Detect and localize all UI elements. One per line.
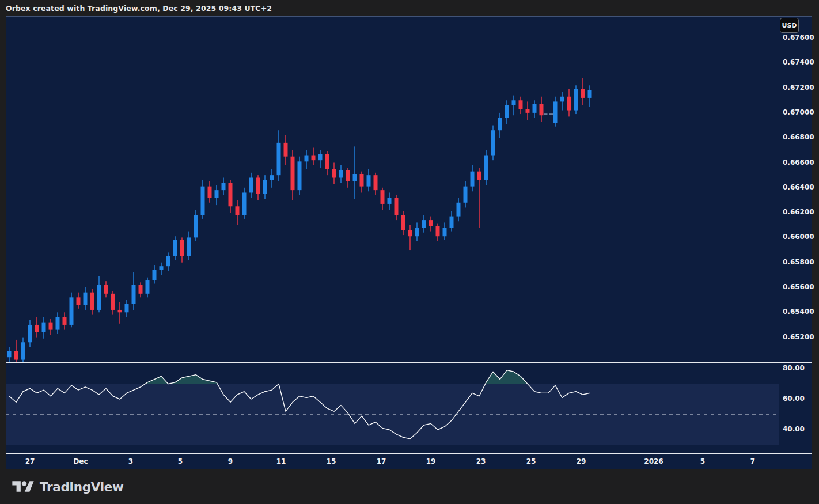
candle-body (256, 177, 260, 194)
candle-body (242, 192, 247, 215)
candle-body (125, 304, 129, 312)
rsi-panel[interactable] (6, 362, 779, 453)
candle-body (56, 317, 60, 330)
rsi-chart[interactable] (6, 362, 779, 453)
price-tick-label: 0.66400 (783, 183, 814, 191)
tradingview-logo-icon (12, 479, 34, 495)
candle-body (353, 174, 357, 181)
time-tick-label: 23 (476, 457, 486, 465)
candle-body (415, 228, 419, 236)
candle-body (436, 226, 440, 236)
candle-wick (354, 146, 355, 199)
candle-body (381, 190, 385, 204)
candle-body (553, 101, 558, 123)
axis-separator (6, 453, 812, 454)
candle-body (533, 104, 537, 113)
candle-body (325, 154, 329, 169)
panel-top-border (6, 16, 812, 17)
candle-body (35, 325, 39, 332)
candle-body (111, 294, 115, 310)
candle-body (222, 183, 226, 190)
time-axis[interactable]: 27Dec35911151719232529202657 (6, 454, 779, 469)
candle-body (505, 105, 509, 118)
candle-body (298, 161, 302, 190)
candle-body (70, 297, 74, 325)
candle-body (21, 342, 25, 359)
candle-body (187, 237, 191, 256)
candle-body (450, 217, 454, 228)
price-tick-label: 0.65400 (783, 308, 814, 316)
candle-body (42, 323, 46, 332)
candle-body (270, 175, 274, 180)
candle-body (263, 180, 267, 194)
time-tick-label: 7 (750, 457, 755, 465)
candle-body (588, 90, 592, 98)
pane-separator[interactable] (6, 362, 812, 363)
candle-body (153, 270, 157, 280)
rsi-tick-label: 80.00 (783, 364, 805, 372)
candle-body (146, 280, 150, 294)
tradingview-logo[interactable]: TradingView (12, 479, 124, 495)
price-tick-label: 0.66600 (783, 158, 814, 166)
candle-body (471, 172, 475, 187)
candle-body (484, 156, 488, 180)
candle-body (97, 285, 101, 310)
time-tick-label: 11 (276, 457, 286, 465)
candle-body (408, 230, 412, 236)
candle-body (201, 187, 205, 215)
candle-body (277, 143, 281, 175)
price-tick-label: 0.66800 (783, 133, 814, 141)
candle-body (401, 215, 405, 230)
price-axis[interactable]: USD 0.676000.674000.672000.670000.668000… (779, 16, 812, 469)
candle-body (464, 187, 468, 203)
candlestick-chart[interactable] (6, 16, 779, 362)
candle-body (360, 174, 364, 187)
candle-body (491, 130, 495, 155)
time-tick-label: 19 (426, 457, 436, 465)
bottom-brand-bar: TradingView (0, 469, 819, 504)
currency-toggle-button[interactable]: USD (780, 18, 799, 33)
candle-body (422, 220, 426, 228)
doji-candle (549, 113, 553, 115)
candle-body (7, 351, 12, 357)
chart-attribution-title: Orbex created with TradingView.com, Dec … (0, 4, 272, 13)
candle-body (236, 206, 240, 215)
candle-body (560, 97, 564, 102)
candle-body (139, 285, 143, 294)
time-tick-label: 5 (700, 457, 705, 465)
candle-body (118, 310, 122, 312)
candle-body (395, 198, 399, 215)
candle-body (160, 266, 164, 270)
candle-body (429, 220, 433, 226)
candle-body (104, 285, 108, 294)
tradingview-wordmark: TradingView (40, 480, 124, 494)
candle-body (526, 109, 530, 112)
candle-body (28, 325, 32, 342)
time-tick-label: 27 (25, 457, 35, 465)
candle-body (367, 175, 371, 186)
candle-wick (410, 225, 410, 250)
price-tick-label: 0.65800 (783, 258, 814, 266)
candle-body (457, 203, 461, 217)
price-tick-label: 0.65200 (783, 333, 814, 341)
candle-body (318, 154, 323, 160)
candle-body (574, 89, 578, 111)
candle-body (229, 183, 233, 206)
candle-body (540, 104, 544, 115)
candle-body (498, 118, 502, 131)
main-price-panel[interactable] (6, 16, 779, 362)
candle-wick (119, 302, 120, 324)
rsi-tick-label: 40.00 (783, 425, 805, 433)
candle-body (166, 256, 170, 266)
time-tick-label: 3 (128, 457, 133, 465)
rsi-tick-label: 60.00 (783, 395, 805, 403)
candle-body (443, 228, 447, 236)
candle-body (567, 97, 571, 111)
candle-body (208, 187, 212, 198)
time-tick-label: 2026 (644, 457, 663, 465)
time-tick-label: 5 (178, 457, 183, 465)
candle-body (215, 190, 219, 198)
time-tick-label: 25 (526, 457, 536, 465)
candle-body (90, 293, 94, 310)
candle-body (477, 172, 481, 180)
